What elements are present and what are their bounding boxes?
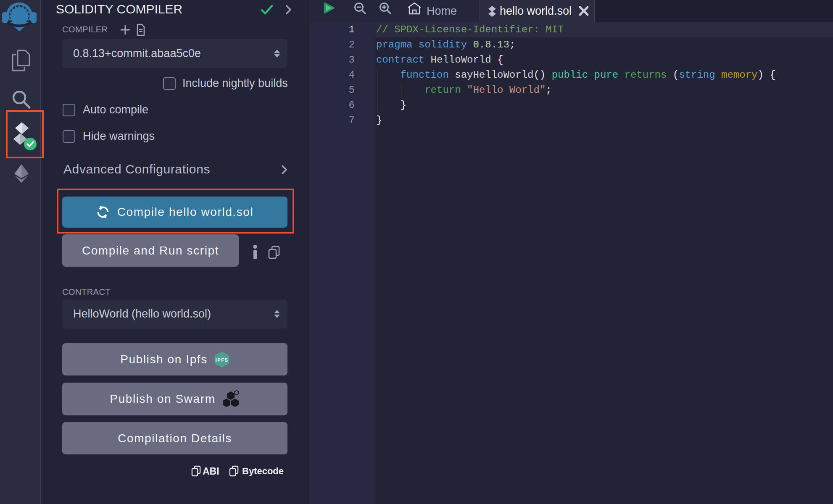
svg-text:IPFS: IPFS bbox=[215, 357, 228, 362]
